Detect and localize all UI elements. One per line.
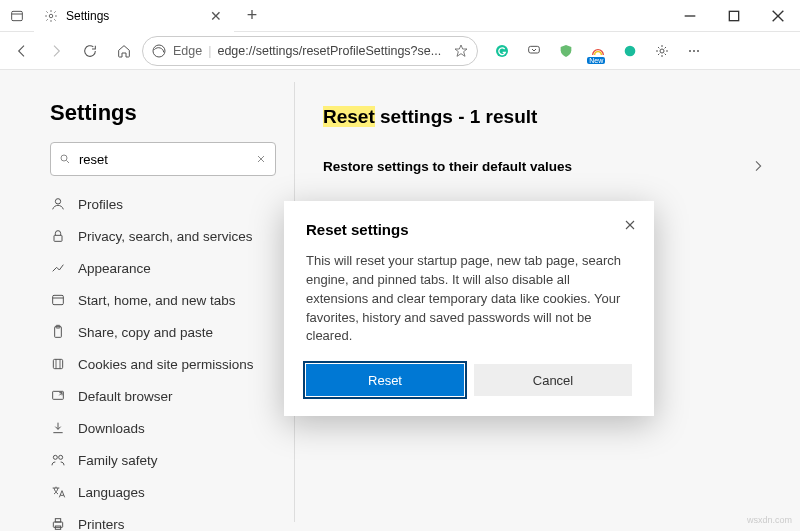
browser-toolbar: Edge | edge://settings/resetProfileSetti… xyxy=(0,32,800,70)
dialog-title: Reset settings xyxy=(306,221,632,238)
svg-point-13 xyxy=(693,50,695,52)
watermark: wsxdn.com xyxy=(747,515,792,525)
close-window-button[interactable] xyxy=(756,0,800,32)
forward-button[interactable] xyxy=(40,35,72,67)
window-titlebar: Settings ✕ + xyxy=(0,0,800,32)
window-controls xyxy=(668,0,800,32)
extension-vpn-icon[interactable] xyxy=(616,37,644,65)
reset-button[interactable]: Reset xyxy=(306,364,464,396)
svg-rect-0 xyxy=(12,11,23,20)
extension-bar: New xyxy=(488,37,708,65)
modal-overlay: Reset settings This will reset your star… xyxy=(0,70,800,531)
maximize-button[interactable] xyxy=(712,0,756,32)
tab-panel-icon xyxy=(9,8,25,24)
reset-settings-dialog: Reset settings This will reset your star… xyxy=(284,201,654,416)
svg-rect-4 xyxy=(729,11,738,20)
favorite-icon[interactable] xyxy=(453,43,469,59)
address-identity: Edge xyxy=(173,44,202,58)
close-icon xyxy=(622,217,638,233)
minimize-button[interactable] xyxy=(668,0,712,32)
extension-grammarly-icon[interactable] xyxy=(488,37,516,65)
back-button[interactable] xyxy=(6,35,38,67)
dialog-body: This will reset your startup page, new t… xyxy=(306,252,632,346)
dialog-close-button[interactable] xyxy=(620,215,640,235)
svg-point-14 xyxy=(697,50,699,52)
extension-pocket-icon[interactable] xyxy=(520,37,548,65)
svg-point-11 xyxy=(660,49,664,53)
refresh-button[interactable] xyxy=(74,35,106,67)
address-url: edge://settings/resetProfileSettings?se.… xyxy=(217,44,441,58)
home-button[interactable] xyxy=(108,35,140,67)
tab-close-button[interactable]: ✕ xyxy=(208,8,224,24)
tab-actions-button[interactable] xyxy=(0,0,34,32)
edge-logo-icon xyxy=(151,43,167,59)
address-bar[interactable]: Edge | edge://settings/resetProfileSetti… xyxy=(142,36,478,66)
gear-icon xyxy=(44,9,58,23)
cancel-button[interactable]: Cancel xyxy=(474,364,632,396)
app-menu-button[interactable] xyxy=(680,37,708,65)
svg-point-12 xyxy=(689,50,691,52)
extension-rainbow-icon[interactable]: New xyxy=(584,37,612,65)
tab-title: Settings xyxy=(66,9,109,23)
svg-point-10 xyxy=(625,45,636,56)
browser-tab[interactable]: Settings ✕ xyxy=(34,0,234,32)
extensions-menu-button[interactable] xyxy=(648,37,676,65)
new-tab-button[interactable]: + xyxy=(238,2,266,30)
extension-adguard-icon[interactable] xyxy=(552,37,580,65)
svg-point-2 xyxy=(49,14,53,18)
svg-rect-9 xyxy=(529,46,540,53)
